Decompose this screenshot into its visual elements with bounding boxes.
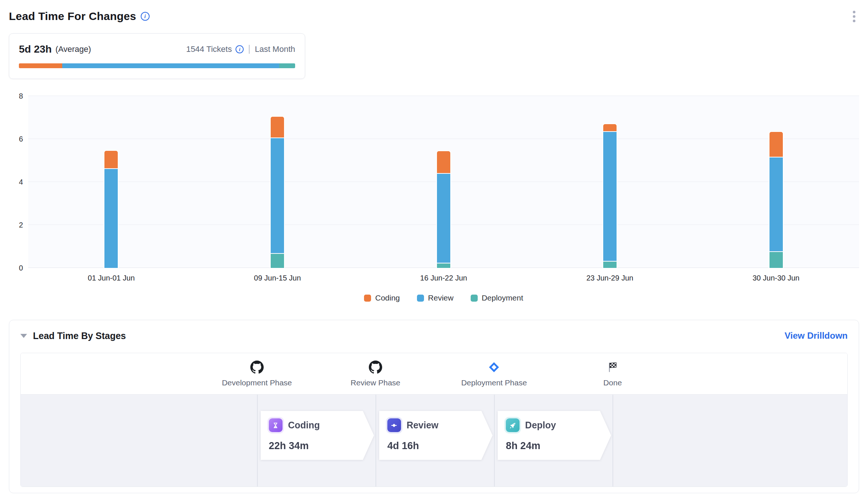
- bar-segment-coding: [270, 116, 285, 137]
- bar-segment-deployment: [602, 262, 617, 268]
- stage-duration: 4d 16h: [387, 440, 493, 452]
- bar-segment-deployment: [270, 254, 285, 268]
- page-title: Lead Time For Changes: [9, 10, 136, 23]
- legend-label: Review: [428, 293, 454, 302]
- gridline: [28, 139, 859, 139]
- bar-segment-review: [602, 132, 617, 261]
- caret-down-icon[interactable]: [20, 334, 27, 338]
- summary-progress-bar: [19, 63, 295, 68]
- x-tick-label: 01 Jun-01 Jun: [88, 274, 135, 282]
- github-icon: [250, 360, 264, 375]
- phase-deployment: Deployment Phase: [438, 360, 550, 387]
- chart-y-axis: 02468: [9, 96, 23, 268]
- gridline: [28, 96, 859, 96]
- bar-segment-coding: [104, 150, 118, 168]
- x-tick-label: 30 Jun-30 Jun: [752, 274, 799, 282]
- legend-label: Deployment: [482, 293, 523, 302]
- stage-duration: 22h 34m: [269, 440, 374, 452]
- bar-segment-deployment: [769, 252, 784, 268]
- legend-item-review[interactable]: Review: [417, 293, 454, 302]
- stage-card-deploy[interactable]: Deploy 8h 24m: [498, 411, 611, 460]
- y-tick-label: 8: [9, 92, 23, 100]
- github-icon: [369, 360, 382, 375]
- period-label: Last Month: [255, 44, 295, 54]
- column-divider: [612, 395, 613, 487]
- summary-segment-coding: [19, 63, 62, 68]
- tickets-info-icon[interactable]: i: [236, 45, 244, 53]
- stages-table: Development Phase Review Phase: [20, 353, 848, 487]
- column-divider: [494, 395, 495, 487]
- stages-body-row: Coding 22h 34m: [21, 395, 847, 487]
- stacked-bar-01-jun-01-jun[interactable]: [104, 150, 118, 268]
- stages-title: Lead Time By Stages: [33, 331, 126, 341]
- x-tick-label: 16 Jun-22 Jun: [420, 274, 467, 282]
- column-divider: [257, 395, 258, 487]
- stage-duration: 8h 24m: [506, 440, 611, 452]
- legend-item-deployment[interactable]: Deployment: [471, 293, 523, 302]
- legend-item-coding[interactable]: Coding: [364, 293, 400, 302]
- stage-card-review[interactable]: Review 4d 16h: [379, 411, 493, 460]
- bar-segment-review: [270, 138, 285, 253]
- chart-x-labels: 01 Jun-01 Jun09 Jun-15 Jun16 Jun-22 Jun2…: [28, 274, 859, 283]
- view-drilldown-link[interactable]: View Drilldown: [785, 331, 848, 341]
- stage-name: Coding: [288, 420, 320, 431]
- bar-segment-deployment: [436, 263, 451, 268]
- stacked-bar-09-jun-15-jun[interactable]: [270, 116, 285, 268]
- average-label: (Average): [56, 44, 91, 54]
- column-divider: [375, 395, 376, 487]
- bar-segment-coding: [769, 131, 784, 157]
- stages-header: Lead Time By Stages View Drilldown: [20, 328, 848, 343]
- legend-swatch: [471, 295, 478, 302]
- y-tick-label: 2: [9, 221, 23, 229]
- bar-segment-review: [104, 169, 118, 268]
- x-tick-label: 09 Jun-15 Jun: [254, 274, 301, 282]
- lead-time-widget: Lead Time For Changes i 5d 23h (Average)…: [0, 0, 868, 501]
- summary-top-row: 5d 23h (Average) 1544 Tickets i Last Mon…: [19, 43, 295, 55]
- hourglass-icon: [269, 418, 283, 432]
- summary-segment-review: [62, 63, 279, 68]
- phase-done: Done: [557, 360, 668, 387]
- summary-card: 5d 23h (Average) 1544 Tickets i Last Mon…: [9, 33, 305, 79]
- bar-segment-coding: [602, 123, 617, 131]
- legend-label: Coding: [375, 293, 400, 302]
- bar-segment-coding: [436, 150, 451, 173]
- stage-name: Review: [407, 420, 438, 431]
- stacked-bar-30-jun-30-jun[interactable]: [769, 131, 784, 268]
- y-tick-label: 0: [9, 264, 23, 272]
- stage-card-coding[interactable]: Coding 22h 34m: [261, 411, 374, 460]
- kebab-menu-icon[interactable]: [849, 9, 859, 24]
- phase-label: Deployment Phase: [461, 378, 527, 387]
- phase-development: Development Phase: [201, 360, 313, 387]
- legend-swatch: [364, 295, 371, 302]
- y-tick-label: 6: [9, 135, 23, 143]
- phases-header-row: Development Phase Review Phase: [21, 353, 847, 395]
- summary-segment-deployment: [279, 63, 295, 68]
- tickets-count: 1544 Tickets: [186, 44, 232, 54]
- bar-segment-review: [436, 174, 451, 263]
- phase-label: Review Phase: [351, 378, 400, 387]
- info-icon[interactable]: i: [141, 12, 150, 21]
- average-value: 5d 23h: [19, 43, 52, 55]
- lead-time-chart: 02468 01 Jun-01 Jun09 Jun-15 Jun16 Jun-2…: [9, 96, 859, 303]
- chart-legend: CodingReviewDeployment: [28, 293, 859, 303]
- jira-diamond-icon: [488, 360, 500, 375]
- phase-label: Done: [603, 378, 622, 387]
- stacked-bar-16-jun-22-jun[interactable]: [436, 150, 451, 268]
- phase-label: Development Phase: [222, 378, 292, 387]
- separator: [249, 45, 250, 54]
- bar-segment-review: [769, 157, 784, 251]
- stage-name: Deploy: [525, 420, 556, 431]
- code-review-icon: [387, 418, 401, 432]
- legend-swatch: [417, 295, 424, 302]
- x-tick-label: 23 Jun-29 Jun: [586, 274, 633, 282]
- chart-plot: 02468: [28, 96, 859, 268]
- widget-header: Lead Time For Changes i: [9, 9, 859, 24]
- rocket-icon: [506, 418, 520, 432]
- y-tick-label: 4: [9, 178, 23, 186]
- phase-review: Review Phase: [320, 360, 431, 387]
- stacked-bar-23-jun-29-jun[interactable]: [602, 123, 617, 268]
- stages-panel: Lead Time By Stages View Drilldown Devel…: [9, 320, 859, 493]
- checkered-flag-icon: [606, 360, 619, 375]
- summary-meta: 1544 Tickets i Last Month: [186, 44, 295, 54]
